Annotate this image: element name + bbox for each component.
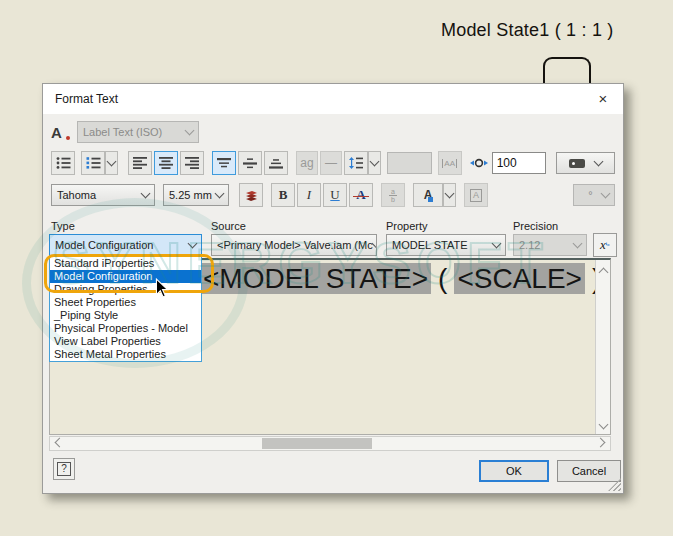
- scroll-left-icon[interactable]: [55, 438, 65, 448]
- model-state-field-token[interactable]: <MODEL STATE>: [200, 263, 431, 294]
- vertical-scrollbar[interactable]: [595, 260, 610, 434]
- font-size-value: 5.25 mm: [169, 189, 212, 201]
- paragraph-toolbar: ag — AA: [51, 150, 615, 176]
- dialog-title: Format Text: [43, 92, 583, 106]
- type-option-model-configuration[interactable]: Model Configuration: [50, 270, 201, 283]
- width-factor-icon: [470, 157, 488, 169]
- horizontal-scrollbar[interactable]: [49, 436, 611, 451]
- degree-symbol-dropdown: °: [573, 184, 615, 206]
- bullet-list-button[interactable]: [51, 151, 75, 175]
- font-size-select[interactable]: 5.25 mm: [163, 184, 229, 206]
- dialog-titlebar[interactable]: Format Text ×: [43, 84, 623, 114]
- type-dropdown-list[interactable]: Standard iProperties Model Configuration…: [49, 256, 202, 362]
- bullet-list-icon: [56, 157, 71, 169]
- text-style-icon: A: [51, 124, 69, 141]
- scroll-up-icon[interactable]: [599, 268, 609, 278]
- underline-button[interactable]: U: [323, 183, 347, 207]
- align-right-icon: [185, 157, 199, 169]
- frame-text-button: A: [464, 183, 488, 207]
- drawing-canvas: Model State1 ( 1 : 1 ) Format Text × A L…: [0, 0, 673, 536]
- stacked-fraction-button: ab: [381, 183, 405, 207]
- text-case-button[interactable]: A: [413, 183, 443, 207]
- precision-select: 2.12: [513, 234, 587, 256]
- property-select[interactable]: MODEL STATE: [386, 234, 506, 256]
- scroll-down-icon[interactable]: [599, 420, 609, 430]
- mouse-cursor-icon: [155, 278, 169, 298]
- type-option-physical-properties-model[interactable]: Physical Properties - Model: [50, 322, 201, 335]
- style-row: A Label Text (ISO): [51, 120, 615, 144]
- stretch-percent-input[interactable]: [492, 152, 546, 174]
- numbered-list-button[interactable]: [81, 151, 105, 175]
- cancel-button[interactable]: Cancel: [557, 460, 621, 482]
- line-spacing-icon: [349, 157, 363, 169]
- type-option-standard-iproperties[interactable]: Standard iProperties: [50, 257, 201, 270]
- line-spacing-button[interactable]: [344, 151, 368, 175]
- strikethrough-button[interactable]: A: [349, 183, 373, 207]
- dash-button: —: [320, 151, 342, 175]
- horizontal-scrollbar-thumb[interactable]: [262, 438, 372, 449]
- valign-top-icon: [217, 158, 231, 169]
- align-left-icon: [133, 157, 147, 169]
- font-family-value: Tahoma: [57, 189, 96, 201]
- stretch-text-icon: AA: [442, 159, 457, 168]
- numbered-list-icon: [86, 157, 101, 169]
- baseline-button: ag: [296, 151, 318, 175]
- type-option-sheet-properties[interactable]: Sheet Properties: [50, 296, 201, 309]
- text-color-button[interactable]: [239, 183, 263, 207]
- help-icon: ?: [57, 462, 71, 476]
- align-center-icon: [159, 157, 173, 169]
- insert-arrow-icon: [606, 241, 610, 249]
- type-select[interactable]: Model Configuration: [49, 234, 202, 256]
- valign-middle-button[interactable]: [238, 151, 262, 175]
- scroll-right-icon[interactable]: [596, 438, 606, 448]
- insert-parameter-button[interactable]: x: [593, 233, 617, 257]
- format-text-dialog: Format Text × A Label Text (ISO): [42, 83, 624, 494]
- numbered-list-dropdown-arrow[interactable]: [105, 151, 118, 175]
- type-option-sheet-metal-properties[interactable]: Sheet Metal Properties: [50, 348, 201, 361]
- italic-button[interactable]: I: [297, 183, 321, 207]
- source-select[interactable]: <Primary Model> Valve.iam (Mc: [211, 234, 377, 256]
- property-value: MODEL STATE: [392, 239, 468, 251]
- precision-value: 2.12: [519, 239, 540, 251]
- ok-button[interactable]: OK: [479, 460, 549, 482]
- open-paren: (: [438, 263, 447, 294]
- source-value: <Primary Model> Valve.iam (Mc: [217, 239, 373, 251]
- help-button[interactable]: ?: [53, 458, 75, 480]
- character-toolbar: Tahoma 5.25 mm B I U A ab: [51, 182, 615, 208]
- text-style-select: Label Text (ISO): [77, 121, 199, 143]
- font-family-select[interactable]: Tahoma: [51, 184, 155, 206]
- view-label: Model State1 ( 1 : 1 ): [441, 20, 613, 41]
- valign-middle-icon: [243, 158, 257, 169]
- text-case-dropdown-arrow[interactable]: [443, 183, 456, 207]
- text-style-value: Label Text (ISO): [83, 126, 162, 138]
- dialog-body: A Label Text (ISO): [43, 114, 623, 493]
- bold-button[interactable]: B: [271, 183, 295, 207]
- type-option-piping-style[interactable]: _Piping Style: [50, 309, 201, 322]
- type-option-view-label-properties[interactable]: View Label Properties: [50, 335, 201, 348]
- source-label: Source: [211, 220, 246, 232]
- valign-top-button[interactable]: [212, 151, 236, 175]
- line-spacing-dropdown-arrow[interactable]: [368, 151, 381, 175]
- empty-disabled-select: [387, 152, 432, 174]
- text-color-icon: [244, 189, 259, 201]
- symbol-icon: [569, 159, 585, 168]
- align-center-button[interactable]: [154, 151, 178, 175]
- stretch-text-button: AA: [438, 151, 462, 175]
- align-right-button[interactable]: [180, 151, 204, 175]
- valign-bottom-button[interactable]: [264, 151, 288, 175]
- type-value: Model Configuration: [55, 239, 153, 251]
- type-option-drawing-properties[interactable]: Drawing Properties: [50, 283, 201, 296]
- valign-bottom-icon: [269, 158, 283, 169]
- property-label: Property: [386, 220, 428, 232]
- scale-field-token[interactable]: <SCALE>: [454, 263, 585, 294]
- align-left-button[interactable]: [128, 151, 152, 175]
- precision-label: Precision: [513, 220, 558, 232]
- editor-text-line: <MODEL STATE>(<SCALE>): [200, 263, 608, 295]
- symbol-insert-dropdown[interactable]: [556, 152, 615, 174]
- type-label: Type: [51, 220, 75, 232]
- close-icon[interactable]: ×: [583, 84, 623, 114]
